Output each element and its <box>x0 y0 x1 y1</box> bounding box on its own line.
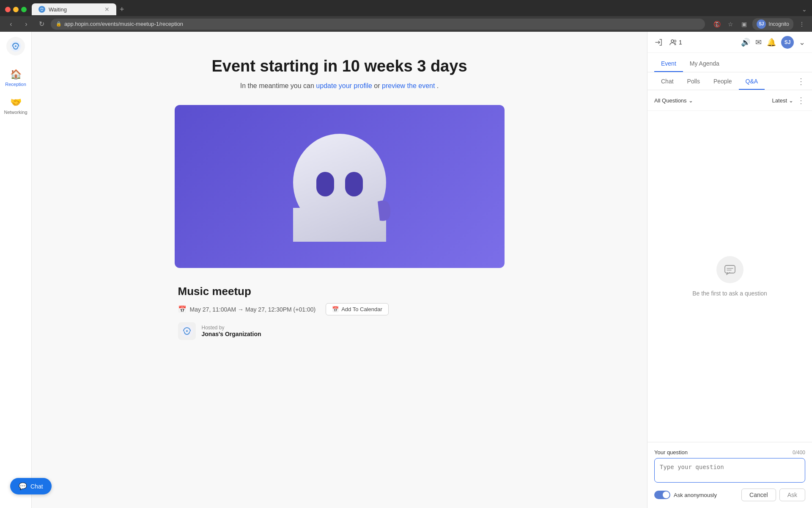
countdown-title: Event starting in 10 weeks 3 days <box>175 57 505 75</box>
panel-top-left: 1 <box>654 38 682 47</box>
sidebar-item-reception[interactable]: 🏠 Reception <box>1 64 30 92</box>
chat-fab-button[interactable]: 💬 Chat <box>10 478 52 494</box>
question-input[interactable] <box>654 458 805 483</box>
browser-toolbar: ‹ › ↻ 🔒 app.hopin.com/events/music-meetu… <box>0 16 812 32</box>
svg-rect-5 <box>316 172 334 196</box>
add-to-calendar-button[interactable]: 📅 Add To Calendar <box>326 303 389 315</box>
svg-point-2 <box>15 45 16 47</box>
event-banner <box>175 105 505 268</box>
chat-fab-label: Chat <box>30 483 43 490</box>
host-info: Hosted by Jonas's Organization <box>202 325 261 337</box>
cancel-button[interactable]: Cancel <box>741 489 776 501</box>
url-text: app.hopin.com/events/music-meetup-1/rece… <box>64 21 183 27</box>
preview-event-link[interactable]: preview the event <box>382 82 435 89</box>
panel-main-tabs: Event My Agenda <box>647 53 812 72</box>
back-button[interactable]: ‹ <box>5 18 17 30</box>
svg-rect-11 <box>725 265 735 273</box>
browser-chrome: Waiting ✕ + ⌄ ‹ › ↻ 🔒 app.hopin.com/even… <box>0 0 812 32</box>
forward-button[interactable]: › <box>20 18 32 30</box>
home-icon: 🏠 <box>10 69 22 80</box>
volume-icon[interactable]: 🔊 <box>741 38 750 47</box>
question-label-row: Your question 0/400 <box>654 449 805 456</box>
hopin-logo[interactable] <box>6 37 25 55</box>
empty-state: Be the first to ask a question <box>647 111 812 442</box>
question-buttons: Cancel Ask <box>741 489 805 501</box>
browser-menu-icon[interactable]: ⋮ <box>797 19 807 29</box>
tab-close-icon[interactable]: ✕ <box>104 6 110 13</box>
update-profile-link[interactable]: update your profile <box>316 82 372 89</box>
sub-tab-polls[interactable]: Polls <box>680 74 707 90</box>
question-actions: Ask anonymously Cancel Ask <box>654 489 805 501</box>
lock-icon: 🔒 <box>56 21 62 27</box>
tab-title: Waiting <box>49 6 67 13</box>
filter-more-icon[interactable]: ⋮ <box>797 95 805 105</box>
empty-state-icon-circle <box>716 256 743 283</box>
toggle-knob <box>663 491 669 498</box>
latest-sort-filter[interactable]: Latest ⌄ <box>772 97 793 104</box>
tab-favicon <box>38 6 45 13</box>
svg-rect-6 <box>345 172 363 196</box>
split-view-icon[interactable]: ▣ <box>739 19 749 29</box>
user-avatar-icon: SJ <box>757 19 766 29</box>
panel-sub-tabs: Chat Polls People Q&A ⋮ <box>647 72 812 90</box>
reload-button[interactable]: ↻ <box>36 18 47 30</box>
people-icon <box>669 39 677 46</box>
window-controls <box>5 7 27 12</box>
event-image <box>175 105 505 268</box>
sub-tab-qa[interactable]: Q&A <box>739 74 765 90</box>
question-char-count: 0/400 <box>793 450 805 456</box>
user-avatar-button[interactable]: SJ <box>781 36 794 49</box>
toolbar-right: 📵 ☆ ▣ SJ Incognito ⋮ <box>712 18 807 30</box>
minimize-button[interactable] <box>13 7 19 12</box>
event-info: Music meetup 📅 May 27, 11:00AM → May 27,… <box>175 278 505 347</box>
sidebar-item-networking-label: Networking <box>4 110 27 115</box>
svg-point-9 <box>671 40 674 42</box>
sidebar-item-networking[interactable]: 🤝 Networking <box>1 92 30 120</box>
sidebar-item-reception-label: Reception <box>5 82 26 87</box>
event-name: Music meetup <box>178 285 501 298</box>
tab-my-agenda[interactable]: My Agenda <box>683 56 726 72</box>
mail-icon[interactable]: ✉ <box>755 38 762 47</box>
svg-point-8 <box>186 330 188 332</box>
svg-point-0 <box>40 7 44 12</box>
chat-fab-icon: 💬 <box>19 482 27 490</box>
sidebar: 🏠 Reception 🤝 Networking <box>0 32 32 508</box>
active-tab[interactable]: Waiting ✕ <box>32 3 116 15</box>
event-date-row: 📅 May 27, 11:00AM → May 27, 12:30PM (+01… <box>178 303 501 315</box>
sub-tab-people[interactable]: People <box>707 74 739 90</box>
exit-icon[interactable] <box>654 38 663 47</box>
event-container: Event starting in 10 weeks 3 days In the… <box>166 32 513 364</box>
anonymous-toggle[interactable] <box>654 491 670 499</box>
sub-tab-chat[interactable]: Chat <box>654 74 680 90</box>
svg-point-10 <box>674 40 676 42</box>
ask-button[interactable]: Ask <box>779 489 805 501</box>
main-content: Event starting in 10 weeks 3 days In the… <box>32 32 647 508</box>
panel-top-right: 🔊 ✉ 🔔 SJ ⌄ <box>741 36 805 49</box>
address-bar[interactable]: 🔒 app.hopin.com/events/music-meetup-1/re… <box>51 19 705 30</box>
host-name: Jonas's Organization <box>202 331 261 337</box>
close-button[interactable] <box>5 7 11 12</box>
host-logo <box>178 322 196 340</box>
event-subtitle: In the meantime you can update your prof… <box>175 82 505 90</box>
more-tabs-icon[interactable]: ⌄ <box>802 6 807 13</box>
incognito-button[interactable]: SJ Incognito <box>752 18 793 30</box>
event-date-text: May 27, 11:00AM → May 27, 12:30PM (+01:0… <box>190 306 316 313</box>
panel-top-bar: 1 🔊 ✉ 🔔 SJ ⌄ <box>647 32 812 53</box>
bell-icon[interactable]: 🔔 <box>767 38 776 47</box>
sub-tab-more-icon[interactable]: ⋮ <box>797 76 805 90</box>
chevron-down-icon[interactable]: ⌄ <box>799 38 805 47</box>
calendar-icon: 📅 <box>178 305 187 313</box>
question-label: Your question <box>654 449 688 456</box>
org-logo-svg <box>180 324 194 338</box>
maximize-button[interactable] <box>21 7 27 12</box>
tab-event[interactable]: Event <box>654 56 683 72</box>
star-icon[interactable]: ☆ <box>725 19 735 29</box>
question-input-area: Your question 0/400 Ask anonymously Canc… <box>647 442 812 508</box>
ask-anonymously-toggle-row: Ask anonymously <box>654 491 717 499</box>
new-tab-button[interactable]: + <box>120 5 124 14</box>
attendee-count: 1 <box>669 39 682 46</box>
empty-state-text: Be the first to ask a question <box>692 290 767 297</box>
all-questions-filter[interactable]: All Questions ⌄ <box>654 97 693 104</box>
right-panel: 1 🔊 ✉ 🔔 SJ ⌄ Event My Agenda Chat Polls … <box>647 32 812 508</box>
camera-off-icon[interactable]: 📵 <box>712 19 722 29</box>
